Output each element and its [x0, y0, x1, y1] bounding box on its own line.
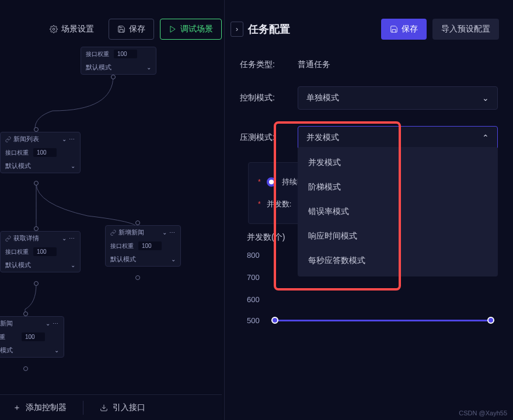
dropdown-option[interactable]: 并发模式 — [298, 150, 498, 175]
play-icon — [169, 25, 177, 33]
chevron-up-icon: ⌃ — [482, 133, 489, 142]
slider-track[interactable] — [271, 320, 494, 321]
more-icon[interactable]: ⋯ — [169, 229, 176, 236]
test-mode-value: 并发模式 — [306, 132, 339, 143]
save-icon — [117, 25, 125, 33]
weight-label: 接口权重 — [86, 50, 109, 58]
flow-node-comment[interactable]: 论新闻 ⌄⋯ 权重 100 认模式 ⌄ — [0, 316, 64, 358]
chevron-down-icon[interactable]: ⌄ — [146, 64, 151, 71]
link-icon — [110, 230, 116, 236]
required-marker: * — [258, 200, 261, 208]
panel-title: 任务配置 — [248, 22, 290, 36]
chevron-down-icon[interactable]: ⌄ — [71, 262, 75, 268]
weight-value[interactable]: 100 — [138, 242, 162, 250]
scene-settings-button[interactable]: 场景设置 — [41, 19, 103, 40]
weight-value[interactable]: 100 — [114, 50, 137, 58]
flow-node-newslist[interactable]: 新闻列表 ⌄⋯ 接口权重 100 默认模式 ⌄ — [0, 132, 81, 173]
scene-toolbar: 场景设置 保存 调试场景 — [41, 19, 222, 40]
panel-save-label: 保存 — [402, 24, 418, 34]
chevron-down-icon[interactable]: ⌄ — [54, 347, 59, 354]
more-icon[interactable]: ⋯ — [69, 235, 75, 242]
dropdown-option[interactable]: 错误率模式 — [298, 200, 498, 224]
test-mode-label: 压测模式: — [240, 132, 284, 143]
save-label: 保存 — [129, 24, 145, 34]
scene-settings-label: 场景设置 — [61, 24, 94, 34]
import-interface-button[interactable]: 引入接口 — [93, 399, 152, 416]
test-mode-select[interactable]: 并发模式 ⌃ — [298, 126, 498, 149]
weight-value[interactable]: 100 — [33, 148, 57, 157]
add-controller-label: 添加控制器 — [26, 402, 67, 413]
chevron-down-icon: ⌄ — [482, 93, 489, 103]
link-icon — [5, 236, 11, 242]
dropdown-option[interactable]: 每秒应答数模式 — [298, 249, 498, 273]
svg-marker-1 — [170, 26, 175, 33]
y-tick: 700 — [247, 273, 260, 282]
link-icon — [5, 136, 11, 142]
add-controller-button[interactable]: ＋ 添加控制器 — [6, 399, 74, 416]
control-mode-label: 控制模式: — [240, 93, 284, 103]
weight-label: 接口权重 — [5, 248, 29, 256]
weight-label: 权重 — [0, 333, 17, 341]
weight-label: 接口权重 — [5, 149, 29, 157]
chevron-down-icon[interactable]: ⌄ — [71, 163, 75, 169]
chevron-down-icon[interactable]: ⌄ — [46, 320, 50, 327]
concurrency-label: 并发数: — [267, 199, 292, 209]
chevron-down-icon[interactable]: ⌄ — [62, 235, 67, 242]
save-icon — [390, 25, 398, 33]
svg-point-0 — [53, 28, 55, 30]
y-tick: 800 — [247, 251, 260, 260]
mode-label: 默认模式 — [5, 162, 31, 170]
chevron-down-icon[interactable]: ⌄ — [162, 229, 167, 236]
dropdown-option[interactable]: 阶梯模式 — [298, 175, 498, 200]
task-type-value: 普通任务 — [298, 60, 330, 70]
divider — [83, 401, 83, 415]
slider-thumb-end[interactable] — [487, 317, 494, 324]
y-tick: 500 — [247, 316, 260, 325]
save-button[interactable]: 保存 — [109, 19, 154, 40]
chevron-down-icon[interactable]: ⌄ — [62, 136, 67, 142]
flow-canvas[interactable]: 接口权重 100 默认模式 ⌄ 新闻列表 ⌄⋯ 接口权重 100 默认模式 ⌄ … — [0, 41, 222, 402]
task-type-label: 任务类型: — [240, 60, 284, 70]
plus-icon: ＋ — [13, 402, 21, 413]
test-mode-dropdown: 并发模式 阶梯模式 错误率模式 响应时间模式 每秒应答数模式 — [298, 147, 498, 276]
y-tick: 600 — [247, 295, 260, 304]
collapse-panel-button[interactable]: › — [231, 22, 243, 37]
flow-node-addnews[interactable]: 新增新闻 ⌄⋯ 接口权重 100 默认模式 ⌄ — [105, 225, 181, 267]
mode-label: 默认模式 — [110, 255, 136, 264]
weight-label: 接口权重 — [110, 242, 134, 250]
import-preset-button[interactable]: 导入预设配置 — [432, 19, 499, 40]
download-icon — [100, 404, 108, 412]
control-mode-value: 单独模式 — [306, 93, 339, 103]
mode-label: 默认模式 — [86, 63, 111, 72]
gear-icon — [50, 25, 58, 33]
duration-radio[interactable] — [267, 177, 276, 187]
debug-scene-button[interactable]: 调试场景 — [160, 19, 222, 40]
weight-value[interactable]: 100 — [22, 332, 45, 341]
mode-label: 认模式 — [0, 346, 13, 355]
more-icon[interactable]: ⋯ — [53, 320, 59, 327]
import-interface-label: 引入接口 — [113, 402, 145, 413]
slider-thumb-start[interactable] — [271, 317, 278, 324]
more-icon[interactable]: ⋯ — [69, 136, 75, 142]
flow-node-getdetail[interactable]: 获取详情 ⌄⋯ 接口权重 100 默认模式 ⌄ — [0, 231, 81, 272]
task-config-panel: › 任务配置 保存 导入预设配置 任务类型: 普通任务 控制模式: 单独模式 ⌄… — [224, 0, 513, 420]
import-preset-label: 导入预设配置 — [441, 24, 490, 34]
mode-label: 默认模式 — [5, 261, 31, 270]
chevron-right-icon: › — [236, 25, 238, 33]
flow-node[interactable]: 接口权重 100 默认模式 ⌄ — [81, 47, 156, 75]
required-marker: * — [258, 178, 261, 186]
control-mode-select[interactable]: 单独模式 ⌄ — [298, 86, 498, 110]
chevron-down-icon[interactable]: ⌄ — [171, 256, 176, 262]
dropdown-option[interactable]: 响应时间模式 — [298, 224, 498, 249]
watermark: CSDN @Xayh55 — [459, 410, 507, 416]
debug-scene-label: 调试场景 — [180, 24, 213, 34]
weight-value[interactable]: 100 — [33, 247, 57, 256]
panel-save-button[interactable]: 保存 — [381, 19, 427, 40]
bottom-toolbar: ＋ 添加控制器 引入接口 — [0, 394, 222, 420]
